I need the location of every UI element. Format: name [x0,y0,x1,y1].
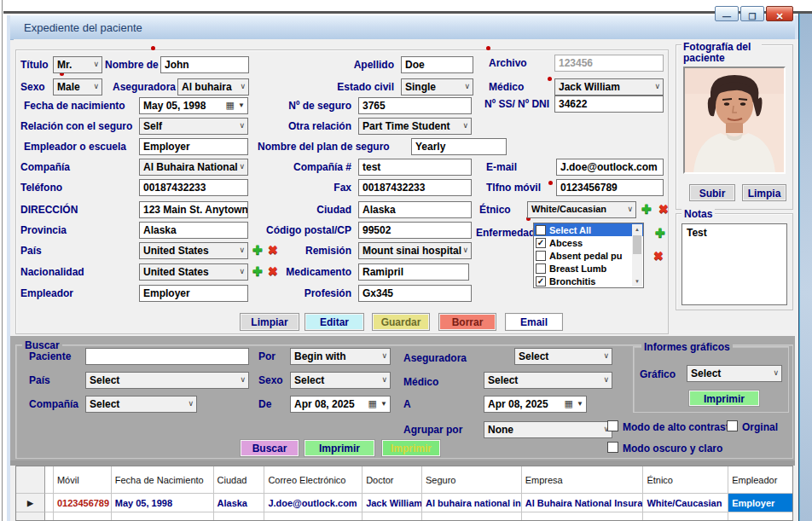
col-header-ciudad[interactable]: Ciudad [214,466,265,494]
compania-label: Compañía [20,161,70,173]
delete-icon[interactable]: ✖ [653,250,664,262]
buscar-de-datepicker[interactable]: Apr 08, 2025▦▼ [290,396,391,413]
add-icon[interactable]: ✚ [641,203,652,215]
chevron-down-icon: ∨ [773,368,779,377]
etnico-combo[interactable]: White/Caucasian∨ [527,201,636,218]
col-header-movil[interactable]: Móvil [54,466,112,494]
checkbox-icon[interactable]: ✓ [536,276,546,287]
ciudad-input[interactable]: Alaska [358,201,472,218]
borrar-button[interactable]: Borrar [438,313,496,331]
buscar-a-datepicker[interactable]: Apr 08, 2025▦▼ [484,396,587,413]
num-seguro-input[interactable]: 3765 [358,97,472,114]
buscar-paciente-input[interactable] [85,348,249,365]
col-header-fecha[interactable]: Fecha de Nacimiento [112,466,214,494]
cell-empleador[interactable]: Employer [728,494,792,512]
aseguradora-label: Aseguradora [113,81,176,93]
remision-combo[interactable]: Mount sinai hospital∨ [358,242,472,259]
agrupar-por-combo[interactable]: None∨ [484,421,612,438]
col-header-empresa[interactable]: Empresa [522,466,644,494]
cell-empresa[interactable]: Al Buhaira National Insurance [522,494,644,512]
checkbox-icon[interactable] [536,251,546,261]
row-selector-cell[interactable]: ▶ [16,494,45,512]
codigo-postal-input[interactable]: 99502 [358,222,472,239]
num-ss-dni-input[interactable]: 34622 [554,96,664,113]
list-item[interactable]: Absent pedal pu [534,249,643,262]
scroll-down-icon[interactable]: ▼ [632,276,642,287]
table-row-empty[interactable] [16,512,792,521]
buscar-sexo-combo[interactable]: Select∨ [290,372,391,389]
nombre-input[interactable]: John [160,56,249,73]
alto-contraste-checkbox[interactable] [607,420,618,431]
buscar-por-combo[interactable]: Begin with∨ [290,348,391,365]
col-header-seguro[interactable]: Seguro [422,466,522,494]
cell-correo[interactable]: J.doe@outlock.com [264,494,362,512]
col-header-doctor[interactable]: Doctor [362,466,422,494]
buscar-medico-combo[interactable]: Select∨ [484,372,612,389]
chevron-down-icon: ∨ [654,82,660,90]
checkbox-icon[interactable]: ✓ [536,238,546,248]
buscar-button[interactable]: Buscar [240,439,299,457]
subir-button[interactable]: Subir [689,184,735,201]
cell-movil[interactable]: 0123456789 [54,494,112,512]
compania-num-input[interactable]: test [358,159,472,176]
medico-combo[interactable]: Jack William∨ [554,78,664,96]
titulo-combo[interactable]: Mr.∨ [53,56,102,73]
required-asterisk [486,46,490,50]
editar-button[interactable]: Editar [304,313,364,331]
list-item[interactable]: ✓Abcess [534,236,643,249]
notas-textarea[interactable]: Test [682,223,787,305]
email-input[interactable]: J.doe@outlock.com [556,159,664,176]
buscar-pais-combo[interactable]: Select∨ [85,372,249,389]
cell-doctor[interactable]: Jack William [362,494,422,512]
limpia-button[interactable]: Limpia [742,184,786,201]
imprimir-button[interactable]: Imprimir [304,439,375,457]
imprimir2-button[interactable]: Imprimir [381,439,441,457]
profesion-input[interactable]: Gx345 [358,285,472,302]
orginal-checkbox[interactable] [727,420,738,431]
estado-civil-label: Estado civil [281,81,394,93]
cell-seguro[interactable]: Al buhaira national ins. [422,494,522,512]
enfermedad-label: Enfermedad [476,227,535,239]
listbox-scrollbar[interactable]: ▲ ▼ [632,224,642,287]
scroll-up-icon[interactable]: ▲ [632,224,642,234]
row-selector-cell[interactable] [16,512,45,521]
col-header-etnico[interactable]: Étnico [643,466,728,494]
fax-input[interactable]: 00187432233 [358,179,472,196]
email-button[interactable]: Email [505,313,563,331]
otra-relacion-combo[interactable]: Part Time Student∨ [358,118,472,135]
scroll-thumb[interactable] [633,235,641,254]
cell-ciudad[interactable]: Alaska [214,494,265,512]
list-item[interactable]: Breast Lumb [534,262,643,275]
close-button[interactable]: ✕ [766,6,793,21]
aseguradora-combo[interactable]: Al buhaira∨ [177,78,249,96]
limpiar-button[interactable]: Limpiar [240,313,299,331]
checkbox-icon[interactable] [536,263,546,274]
modo-oscuro-checkbox[interactable] [607,442,618,453]
table-row[interactable]: ▶ 0123456789 May 05, 1998 Alaska J.doe@o… [16,494,792,512]
buscar-compania-combo[interactable]: Select∨ [85,396,197,413]
sexo-combo[interactable]: Male∨ [53,78,102,96]
medicamento-input[interactable]: Ramipril [358,263,469,281]
estado-civil-combo[interactable]: Single∨ [401,78,473,96]
guardar-button[interactable]: Guardar [372,313,430,331]
delete-icon[interactable]: ✖ [658,203,669,215]
title-bar[interactable]: Expediente del paciente [10,15,795,40]
minimize-button[interactable]: — [715,6,739,21]
col-header-correo[interactable]: Correo Electrónico [264,466,362,494]
empleador-escuela-input[interactable]: Employer [139,138,248,155]
informes-imprimir-button[interactable]: Imprimir [688,390,760,407]
apellido-input[interactable]: Doe [401,56,473,73]
list-item[interactable]: Select All [534,223,643,236]
grafico-combo[interactable]: Select∨ [687,365,782,382]
enfermedad-listbox[interactable]: Select All ✓Abcess Absent pedal pu Breas… [533,223,644,288]
plan-seguro-input[interactable]: Yearly [411,138,507,155]
cell-fecha[interactable]: May 05, 1998 [112,494,214,512]
checkbox-icon[interactable] [536,225,546,235]
cell-etnico[interactable]: White/Caucasian [643,494,728,512]
col-header-empleador[interactable]: Empleador [728,466,792,494]
tlfno-movil-input[interactable]: 0123456789 [556,179,664,196]
list-item[interactable]: ✓Bronchitis [534,275,643,287]
restore-button[interactable]: ❐ [740,6,764,21]
add-icon[interactable]: ✚ [655,227,665,239]
buscar-aseguradora-combo[interactable]: Select∨ [514,348,612,365]
